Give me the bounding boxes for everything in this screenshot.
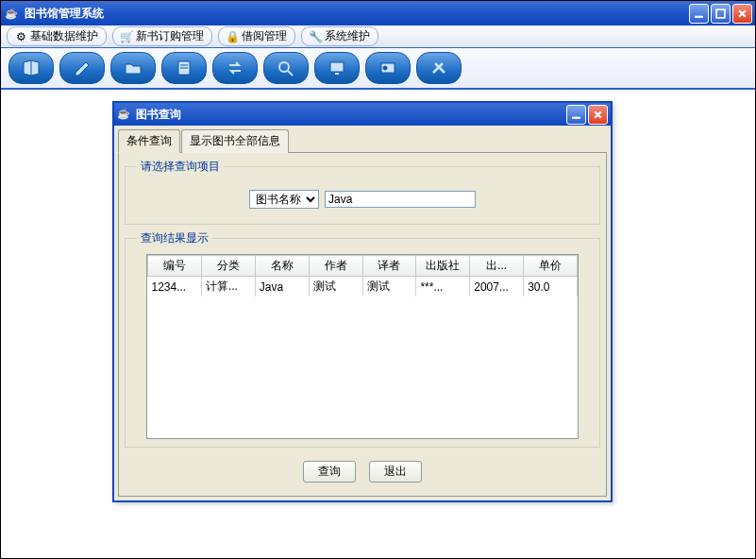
- book-query-dialog: ☕ 图书查询 条件查询 显示图书全部信息 请选择查询项目 图书名称: [112, 101, 613, 502]
- transfer-icon: [226, 59, 244, 76]
- svg-rect-7: [572, 116, 580, 118]
- cell-author: 测试: [309, 277, 362, 297]
- toolbar: [1, 48, 755, 90]
- col-pubdate[interactable]: 出...: [470, 256, 524, 277]
- svg-point-6: [383, 66, 387, 70]
- tab-show-all[interactable]: 显示图书全部信息: [181, 129, 289, 153]
- tool-button-2[interactable]: [59, 52, 105, 84]
- query-row: 图书名称: [133, 182, 592, 216]
- tool-icon: [429, 59, 448, 76]
- edit-icon: [73, 59, 92, 76]
- minimize-button[interactable]: [689, 4, 709, 24]
- main-title: 图书馆管理系统: [25, 6, 689, 22]
- result-legend: 查询结果显示: [137, 230, 212, 246]
- query-field-combo[interactable]: 图书名称: [249, 190, 319, 209]
- exit-button[interactable]: 退出: [369, 461, 422, 483]
- col-author[interactable]: 作者: [309, 256, 362, 277]
- main-titlebar: ☕ 图书馆管理系统: [1, 1, 755, 25]
- mdi-area: ☕ 图书查询 条件查询 显示图书全部信息 请选择查询项目 图书名称: [1, 90, 755, 558]
- dialog-minimize-button[interactable]: [566, 105, 586, 125]
- wrench-icon: 🔧: [310, 31, 321, 42]
- col-id[interactable]: 编号: [148, 256, 202, 277]
- gear-icon: ⚙: [15, 31, 26, 42]
- maximize-button[interactable]: [711, 4, 731, 24]
- cell-translator: 测试: [362, 277, 416, 297]
- query-legend: 请选择查询项目: [137, 159, 224, 175]
- menu-system[interactable]: 🔧 系统维护: [301, 26, 378, 46]
- menu-basic-data[interactable]: ⚙ 基础数据维护: [7, 26, 107, 46]
- menu-label: 新书订购管理: [136, 28, 204, 44]
- tab-condition-query[interactable]: 条件查询: [118, 129, 180, 153]
- result-table: 编号 分类 名称 作者 译者 出版社 出... 单价: [147, 255, 578, 296]
- search-icon: [277, 59, 295, 76]
- result-table-wrap[interactable]: 编号 分类 名称 作者 译者 出版社 出... 单价: [146, 254, 579, 439]
- dialog-titlebar[interactable]: ☕ 图书查询: [114, 103, 611, 126]
- svg-rect-4: [330, 62, 344, 72]
- cell-pubdate: 2007...: [470, 277, 524, 297]
- tool-button-5[interactable]: [212, 52, 258, 84]
- java-icon: ☕: [117, 108, 130, 121]
- tool-button-3[interactable]: [110, 52, 156, 84]
- cell-id: 1234...: [148, 277, 202, 297]
- query-fieldset: 请选择查询项目 图书名称: [125, 159, 600, 225]
- dialog-close-button[interactable]: [588, 105, 608, 125]
- tool-button-1[interactable]: [8, 52, 54, 84]
- folder-icon: [124, 59, 143, 76]
- query-field-select[interactable]: 图书名称: [249, 190, 319, 209]
- cell-price: 30.0: [524, 277, 578, 297]
- menu-label: 系统维护: [325, 28, 370, 44]
- menubar: ⚙ 基础数据维护 🛒 新书订购管理 🔒 借阅管理 🔧 系统维护: [1, 25, 755, 48]
- window-controls: [689, 4, 752, 24]
- tool-button-7[interactable]: [314, 52, 360, 84]
- screen-icon: [328, 59, 346, 76]
- tool-button-6[interactable]: [263, 52, 309, 84]
- book-icon: [22, 59, 41, 76]
- col-publisher[interactable]: 出版社: [416, 256, 470, 277]
- dialog-body: 条件查询 显示图书全部信息 请选择查询项目 图书名称: [114, 126, 611, 500]
- button-row: 查询 退出: [125, 453, 600, 490]
- cell-name: Java: [255, 277, 309, 297]
- lock-icon: 🔒: [227, 31, 238, 42]
- note-icon: [175, 59, 193, 76]
- col-price[interactable]: 单价: [524, 256, 578, 277]
- menu-label: 基础数据维护: [30, 28, 98, 44]
- query-value-input[interactable]: [325, 191, 476, 208]
- query-button[interactable]: 查询: [303, 461, 356, 483]
- result-fieldset: 查询结果显示 编号 分类 名称 作者 译者 出版社: [125, 230, 600, 448]
- tab-content: 请选择查询项目 图书名称 查询结果显示: [118, 153, 607, 497]
- cell-publisher: ***...: [416, 277, 470, 297]
- cart-icon: 🛒: [121, 31, 132, 42]
- menu-borrow[interactable]: 🔒 借阅管理: [218, 26, 295, 46]
- col-category[interactable]: 分类: [201, 256, 255, 277]
- svg-rect-0: [695, 15, 703, 17]
- dialog-title: 图书查询: [136, 107, 566, 123]
- table-header-row: 编号 分类 名称 作者 译者 出版社 出... 单价: [148, 256, 578, 277]
- tab-bar: 条件查询 显示图书全部信息: [118, 129, 607, 153]
- col-translator[interactable]: 译者: [362, 256, 416, 277]
- cell-category: 计算...: [201, 277, 255, 297]
- tool-button-4[interactable]: [161, 52, 207, 84]
- card-icon: [378, 59, 397, 76]
- svg-point-3: [279, 62, 289, 72]
- tool-button-8[interactable]: [365, 52, 411, 84]
- menu-new-book-order[interactable]: 🛒 新书订购管理: [112, 26, 212, 46]
- tool-button-9[interactable]: [416, 52, 462, 84]
- svg-rect-1: [716, 9, 725, 18]
- java-icon: ☕: [4, 6, 19, 21]
- table-row[interactable]: 1234... 计算... Java 测试 测试 ***... 2007... …: [148, 277, 578, 297]
- dialog-window-controls: [566, 105, 608, 125]
- col-name[interactable]: 名称: [255, 256, 309, 277]
- menu-label: 借阅管理: [242, 28, 287, 44]
- close-button[interactable]: [732, 4, 752, 24]
